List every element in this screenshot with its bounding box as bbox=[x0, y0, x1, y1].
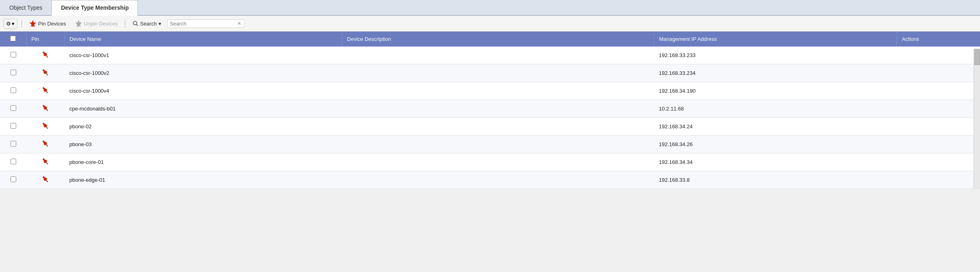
table-row: cisco-csr-1000v1192.168.33.233 bbox=[0, 47, 980, 64]
actions-cell bbox=[897, 100, 980, 118]
col-header-actions: Actions bbox=[897, 32, 980, 47]
select-all-checkbox[interactable] bbox=[10, 36, 16, 41]
gear-icon: ⚙ bbox=[6, 21, 11, 27]
tab-bar: Object Types Device Type Membership bbox=[0, 0, 980, 16]
table-row: pbone-03192.168.34.26 bbox=[0, 136, 980, 153]
actions-cell bbox=[897, 82, 980, 100]
scrollbar-thumb[interactable] bbox=[974, 49, 980, 65]
pin-devices-label: Pin Devices bbox=[38, 21, 66, 27]
ip-address-cell: 192.168.34.190 bbox=[654, 82, 897, 100]
description-cell bbox=[342, 136, 654, 153]
table-row: pbone-02192.168.34.24 bbox=[0, 118, 980, 136]
row-checkbox[interactable] bbox=[11, 52, 16, 57]
search-label: Search bbox=[140, 21, 157, 27]
device-name-cell: pbone-edge-01 bbox=[64, 171, 342, 189]
row-checkbox-cell bbox=[0, 47, 26, 64]
search-icon bbox=[133, 21, 138, 26]
pin-icon bbox=[29, 20, 36, 27]
col-header-ip: Management IP Address bbox=[654, 32, 897, 47]
description-cell bbox=[342, 82, 654, 100]
pin-status-icon bbox=[41, 68, 50, 77]
ip-address-cell: 10.2.11.68 bbox=[654, 100, 897, 118]
table-row: cisco-csr-1000v4192.168.34.190 bbox=[0, 82, 980, 100]
col-header-checkbox bbox=[0, 32, 26, 47]
row-checkbox[interactable] bbox=[11, 176, 16, 182]
pin-status-icon bbox=[41, 121, 50, 130]
device-name-cell: pbone-03 bbox=[64, 136, 342, 153]
unpin-devices-label: Unpin Devices bbox=[84, 21, 118, 27]
pin-status-icon bbox=[41, 157, 50, 166]
ip-address-cell: 192.168.34.34 bbox=[654, 153, 897, 171]
row-checkbox[interactable] bbox=[11, 141, 16, 147]
tab-device-type-membership[interactable]: Device Type Membership bbox=[51, 0, 138, 16]
pin-cell bbox=[26, 82, 64, 100]
col-header-device-name: Device Name bbox=[64, 32, 342, 47]
description-cell bbox=[342, 47, 654, 64]
table-row: pbone-core-01192.168.34.34 bbox=[0, 153, 980, 171]
table-container: Pin Device Name Device Description Manag… bbox=[0, 32, 980, 189]
gear-button[interactable]: ⚙ ▾ bbox=[3, 19, 17, 29]
actions-cell bbox=[897, 118, 980, 136]
pin-status-icon bbox=[41, 175, 50, 184]
pin-status-icon bbox=[41, 50, 50, 59]
device-name-cell: cisco-csr-1000v2 bbox=[64, 64, 342, 82]
pin-cell bbox=[26, 100, 64, 118]
col-header-pin: Pin bbox=[26, 32, 64, 47]
pin-cell bbox=[26, 171, 64, 189]
actions-cell bbox=[897, 136, 980, 153]
pin-cell bbox=[26, 153, 64, 171]
row-checkbox[interactable] bbox=[11, 159, 16, 164]
device-name-cell: cpe-mcdonalds-b01 bbox=[64, 100, 342, 118]
table-row: cpe-mcdonalds-b0110.2.11.68 bbox=[0, 100, 980, 118]
search-wrapper: ✕ bbox=[167, 19, 245, 28]
device-name-cell: pbone-02 bbox=[64, 118, 342, 136]
search-input[interactable] bbox=[170, 21, 235, 27]
description-cell bbox=[342, 153, 654, 171]
row-checkbox[interactable] bbox=[11, 105, 16, 111]
device-name-cell: pbone-core-01 bbox=[64, 153, 342, 171]
svg-line-7 bbox=[137, 25, 138, 26]
row-checkbox-cell bbox=[0, 100, 26, 118]
actions-cell bbox=[897, 47, 980, 64]
actions-cell bbox=[897, 171, 980, 189]
pin-cell bbox=[26, 118, 64, 136]
unpin-icon-svg bbox=[75, 20, 82, 27]
row-checkbox-cell bbox=[0, 82, 26, 100]
ip-address-cell: 192.168.33.234 bbox=[654, 64, 897, 82]
devices-table: Pin Device Name Device Description Manag… bbox=[0, 32, 980, 189]
tab-object-types[interactable]: Object Types bbox=[0, 0, 51, 15]
toolbar: ⚙ ▾ Pin Devices Unpin Devices bbox=[0, 16, 980, 32]
description-cell bbox=[342, 171, 654, 189]
row-checkbox-cell bbox=[0, 118, 26, 136]
pin-cell bbox=[26, 47, 64, 64]
ip-address-cell: 192.168.33.233 bbox=[654, 47, 897, 64]
actions-cell bbox=[897, 64, 980, 82]
search-dropdown-arrow: ▾ bbox=[159, 21, 161, 27]
table-row: pbone-edge-01192.168.33.8 bbox=[0, 171, 980, 189]
device-name-cell: cisco-csr-1000v4 bbox=[64, 82, 342, 100]
actions-cell bbox=[897, 153, 980, 171]
row-checkbox[interactable] bbox=[11, 70, 16, 75]
ip-address-cell: 192.168.33.8 bbox=[654, 171, 897, 189]
table-row: cisco-csr-1000v2192.168.33.234 bbox=[0, 64, 980, 82]
pin-cell bbox=[26, 136, 64, 153]
pin-cell bbox=[26, 64, 64, 82]
row-checkbox-cell bbox=[0, 153, 26, 171]
unpin-devices-button[interactable]: Unpin Devices bbox=[72, 18, 121, 29]
search-clear-button[interactable]: ✕ bbox=[236, 21, 242, 26]
scrollbar-track[interactable] bbox=[974, 49, 980, 189]
search-dropdown-button[interactable]: Search ▾ bbox=[129, 19, 164, 28]
row-checkbox[interactable] bbox=[11, 123, 16, 129]
description-cell bbox=[342, 118, 654, 136]
row-checkbox-cell bbox=[0, 171, 26, 189]
table-body: cisco-csr-1000v1192.168.33.233 cisco-csr… bbox=[0, 47, 980, 189]
pin-devices-button[interactable]: Pin Devices bbox=[26, 18, 69, 29]
description-cell bbox=[342, 64, 654, 82]
ip-address-cell: 192.168.34.24 bbox=[654, 118, 897, 136]
table-header: Pin Device Name Device Description Manag… bbox=[0, 32, 980, 47]
pin-status-icon bbox=[41, 104, 50, 113]
row-checkbox-cell bbox=[0, 136, 26, 153]
row-checkbox[interactable] bbox=[11, 87, 16, 93]
separator-1 bbox=[21, 19, 22, 28]
device-name-cell: cisco-csr-1000v1 bbox=[64, 47, 342, 64]
